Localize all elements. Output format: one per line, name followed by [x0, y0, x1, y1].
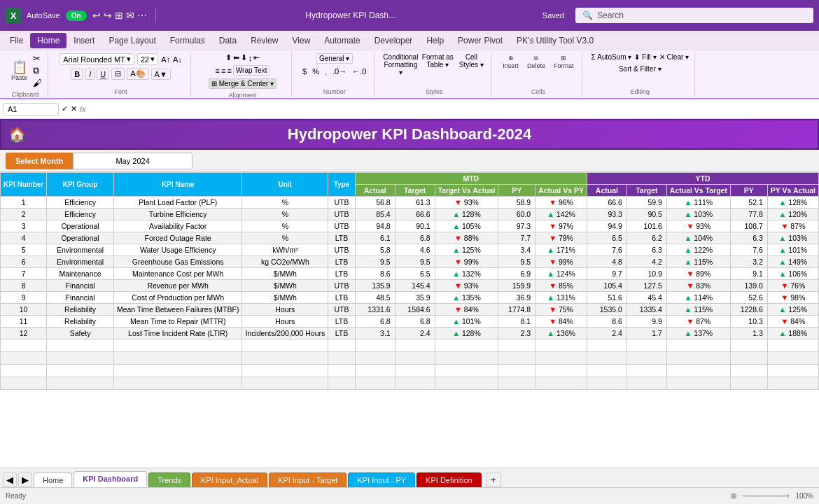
tab-kpi-dashboard[interactable]: KPI Dashboard	[74, 471, 147, 487]
paste-button[interactable]: 📋 Paste	[8, 59, 30, 83]
increase-font-icon[interactable]: A↑	[161, 55, 170, 64]
fill-color-icon[interactable]: A🎨	[127, 68, 148, 80]
menu-developer[interactable]: Developer	[368, 33, 420, 48]
arrow-up-icon: ▲	[685, 234, 692, 242]
ribbon-number: General ▾ $ % , .0→ ←.0 Number	[295, 52, 374, 97]
menu-file[interactable]: File	[3, 33, 30, 48]
font-size-selector[interactable]: 22 ▾	[137, 53, 158, 65]
cell-actual-ytd: 9.7	[587, 268, 626, 280]
text-direction-icon[interactable]: ↕	[248, 54, 253, 62]
format-button[interactable]: ⊞ Format	[551, 53, 577, 71]
conditional-formatting-button[interactable]: Conditional Formatting ▾	[383, 53, 418, 76]
format-as-table-button[interactable]: Format as Table ▾	[420, 53, 455, 76]
align-top-icon[interactable]: ⬆	[225, 53, 232, 62]
col-header-py-mtd: PY	[498, 185, 536, 197]
number-format-selector[interactable]: General ▾	[316, 53, 353, 64]
clear-button[interactable]: ✕ Clear ▾	[659, 53, 689, 61]
fill-button[interactable]: ⬇ Fill ▾	[634, 53, 656, 61]
format-painter-icon[interactable]: 🖌	[33, 78, 42, 88]
align-center-icon[interactable]: ≡	[221, 66, 225, 75]
tab-kpi-definition[interactable]: KPI Definition	[416, 472, 482, 487]
menu-page-layout[interactable]: Page Layout	[102, 33, 162, 48]
cell-kpi-num: 12	[1, 328, 47, 340]
menu-automate[interactable]: Automate	[317, 33, 367, 48]
cell-kpi-num: 2	[1, 209, 47, 220]
tab-home[interactable]: Home	[34, 472, 72, 487]
add-sheet-button[interactable]: +	[486, 472, 501, 487]
align-middle-icon[interactable]: ⬅	[233, 53, 239, 62]
menu-help[interactable]: Help	[419, 33, 451, 48]
select-month-button[interactable]: Select Month	[6, 153, 73, 169]
align-bottom-icon[interactable]: ⬇	[241, 53, 247, 62]
cell-target-mtd: 6.5	[395, 268, 435, 280]
autosum-button[interactable]: Σ AutoSum ▾	[591, 53, 631, 61]
menu-review[interactable]: Review	[244, 33, 285, 48]
comma-icon[interactable]: ,	[323, 66, 329, 76]
redo-icon[interactable]: ↪	[104, 10, 112, 21]
merge-center-button[interactable]: ⊞ Merge & Center ▾	[209, 78, 276, 89]
copy-icon[interactable]: ⧉	[33, 65, 42, 76]
menu-formulas[interactable]: Formulas	[163, 33, 212, 48]
font-name-selector[interactable]: Arial Rounded MT ▾	[59, 53, 134, 65]
menu-pk-utility[interactable]: PK's Utility Tool V3.0	[510, 33, 601, 48]
menu-view[interactable]: View	[286, 33, 318, 48]
menu-home[interactable]: Home	[30, 33, 66, 48]
align-right-icon[interactable]: ≡	[227, 66, 231, 75]
zoom-slider[interactable]: −────────+	[742, 492, 790, 500]
sheet-nav-icons[interactable]: ⊞	[731, 492, 736, 500]
cell-target-mtd: 9.5	[395, 256, 435, 268]
indent-icon[interactable]: ⇤	[253, 53, 260, 62]
cut-icon[interactable]: ✂	[33, 53, 42, 64]
cell-py-ytd: 10.3	[730, 316, 767, 328]
cell-type: LTB	[328, 268, 355, 280]
percent-icon[interactable]: %	[310, 66, 321, 76]
decrease-font-icon[interactable]: A↓	[173, 55, 182, 64]
more-icon[interactable]: ⋯	[137, 10, 147, 21]
menu-insert[interactable]: Insert	[66, 33, 102, 48]
font-color-icon[interactable]: A▼	[151, 69, 171, 80]
tab-kpi-input-target[interactable]: KPI Input - Target	[269, 472, 346, 487]
underline-button[interactable]: U	[97, 69, 109, 80]
font-size-dropdown-icon[interactable]: ▾	[150, 55, 155, 64]
decrease-decimal-icon[interactable]: ←.0	[350, 66, 368, 76]
increase-decimal-icon[interactable]: .0→	[330, 66, 349, 76]
undo-icon[interactable]: ↩	[92, 10, 101, 21]
border-icon[interactable]: ⊟	[111, 68, 125, 80]
formula-check-icon[interactable]: ✓	[62, 104, 68, 113]
bold-button[interactable]: B	[71, 69, 83, 80]
italic-button[interactable]: I	[85, 69, 94, 80]
cell-tvsa: ▼ 84%	[435, 304, 498, 316]
cell-target-ytd: 127.5	[626, 280, 666, 292]
formula-input[interactable]	[89, 104, 816, 115]
insert-button[interactable]: ⊕ Insert	[500, 53, 522, 71]
formula-cancel-icon[interactable]: ✕	[71, 104, 77, 113]
tab-kpi-input-py[interactable]: KPI Input - PY	[348, 472, 415, 487]
cell-unit: kg CO2e/MWh	[242, 256, 328, 268]
arrow-down-icon: ▼	[549, 281, 556, 290]
nav-next-sheet[interactable]: ▶	[18, 472, 32, 487]
autosave-toggle[interactable]: On	[66, 10, 87, 21]
menu-power-pivot[interactable]: Power Pivot	[451, 33, 510, 48]
cell-styles-button[interactable]: Cell Styles ▾	[457, 53, 485, 76]
search-placeholder: Search	[597, 10, 624, 20]
cell-target-ytd: 9.9	[626, 316, 666, 328]
align-left-icon[interactable]: ≡	[216, 66, 220, 75]
cell-kpi-name: Mean Time to Repair (MTTR)	[113, 316, 241, 328]
search-box[interactable]: 🔍 Search	[575, 8, 813, 23]
email-icon[interactable]: ✉	[126, 10, 134, 21]
tab-trends[interactable]: Trends	[148, 472, 190, 487]
menu-bar: File Home Insert Page Layout Formulas Da…	[0, 31, 819, 50]
sort-filter-button[interactable]: Sort & Filter ▾	[619, 65, 662, 73]
menu-data[interactable]: Data	[212, 33, 244, 48]
cell-reference-input[interactable]: A1	[3, 103, 59, 115]
table-icon[interactable]: ⊞	[115, 10, 123, 21]
tab-kpi-input-actual[interactable]: KPI Input_Actual	[192, 472, 267, 487]
font-name-dropdown-icon[interactable]: ▾	[127, 55, 131, 64]
currency-icon[interactable]: $	[300, 66, 309, 76]
nav-prev-sheet[interactable]: ◀	[3, 472, 17, 487]
search-icon: 🔍	[582, 10, 593, 20]
cell-avspy: ▲ 124%	[536, 268, 587, 280]
delete-button[interactable]: ⊖ Delete	[524, 53, 548, 71]
cell-py-ytd: 9.1	[730, 268, 767, 280]
wrap-text-button[interactable]: Wrap Text	[233, 65, 270, 76]
